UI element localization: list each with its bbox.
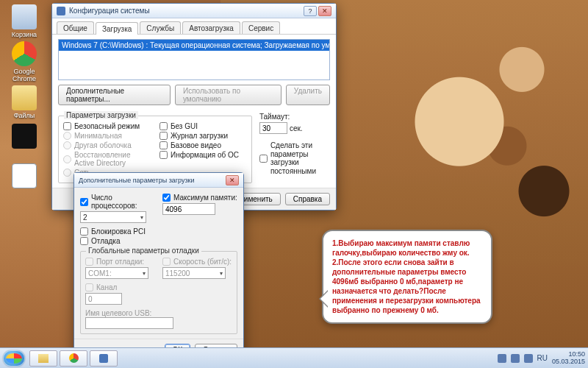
folder-icon <box>12 85 37 110</box>
advanced-options-button[interactable]: Дополнительные параметры... <box>58 85 171 105</box>
numcpu-combo[interactable]: 2 <box>80 211 146 223</box>
basevideo-checkbox[interactable]: Базовое видео <box>159 141 247 149</box>
set-default-button: Использовать по умолчанию <box>175 85 282 105</box>
osinfo-checkbox[interactable]: Информация об ОС <box>159 151 247 159</box>
tab-startup[interactable]: Автозагрузка <box>182 21 240 34</box>
make-permanent-checkbox[interactable]: Сделать эти параметры загрузки постоянны… <box>259 141 330 175</box>
annotation-text: 1.Выбираю максимум памяти ставлю галочку… <box>332 239 481 314</box>
help-button[interactable]: Справка <box>285 193 330 205</box>
tab-services[interactable]: Службы <box>140 21 181 34</box>
close-button[interactable]: ✕ <box>226 175 239 185</box>
desktop-icon-recycle[interactable]: Корзина <box>4 4 44 38</box>
tab-boot[interactable]: Загрузка <box>96 22 138 35</box>
close-button[interactable]: ✕ <box>318 6 331 16</box>
baud-checkbox: Скорость (бит/с): <box>162 258 232 266</box>
titlebar[interactable]: Дополнительные параметры загрузки ✕ <box>74 173 243 188</box>
adrepair-radio: Восстановление Active Directory <box>63 151 151 167</box>
chrome-icon <box>12 41 37 66</box>
boot-list[interactable]: Windows 7 (C:\Windows) : Текущая операци… <box>58 39 330 80</box>
maxmem-checkbox[interactable]: Максимум памяти: <box>162 194 237 202</box>
timeout-label: Таймаут: <box>259 113 330 121</box>
app-icon <box>12 163 37 188</box>
desktop-icon-4[interactable] <box>4 124 44 150</box>
desktop-icon-label: Корзина <box>4 31 44 38</box>
safe-mode-checkbox[interactable]: Безопасный режим <box>63 122 151 130</box>
tray-icon[interactable] <box>498 354 506 363</box>
desktop-icon-label: Файлы <box>4 112 44 119</box>
volume-icon[interactable] <box>524 354 533 363</box>
taskbar[interactable]: RU 10:50 05.03.2015 <box>0 347 588 368</box>
titlebar[interactable]: Конфигурация системы ? ✕ <box>52 4 336 18</box>
channel-checkbox: Канал <box>85 283 155 291</box>
numcpu-checkbox[interactable]: Число процессоров: <box>80 194 155 210</box>
app-icon <box>12 124 37 149</box>
boot-entry-selected[interactable]: Windows 7 (C:\Windows) : Текущая операци… <box>59 40 329 51</box>
desktop-icon-label: Google Chrome <box>4 68 44 82</box>
debug-checkbox[interactable]: Отладка <box>80 237 237 245</box>
recycle-bin-icon <box>12 4 37 29</box>
timeout-unit: сек. <box>290 124 303 132</box>
group-legend: Параметры загрузки <box>64 111 138 119</box>
tab-tools[interactable]: Сервис <box>242 21 280 34</box>
nogui-checkbox[interactable]: Без GUI <box>159 122 247 130</box>
gear-icon <box>99 354 108 363</box>
usb-input <box>85 317 173 329</box>
start-button[interactable] <box>3 350 25 367</box>
minimal-radio: Минимальная <box>63 132 151 140</box>
tray-icon[interactable] <box>511 354 520 363</box>
usb-label: Имя целевого USB: <box>85 309 232 317</box>
taskbar-item-chrome[interactable] <box>60 350 87 367</box>
chrome-icon <box>69 353 79 363</box>
channel-input <box>85 293 122 305</box>
explorer-icon <box>38 354 49 363</box>
desktop-icon-chrome[interactable]: Google Chrome <box>4 41 44 82</box>
altshell-radio: Другая оболочка <box>63 141 151 149</box>
pcilock-checkbox[interactable]: Блокировка PCI <box>80 227 237 236</box>
clock[interactable]: 10:50 05.03.2015 <box>552 351 585 365</box>
desktop-icon-5[interactable] <box>4 163 44 190</box>
maxmem-input[interactable] <box>162 203 215 215</box>
window-advanced-boot[interactable]: Дополнительные параметры загрузки ✕ Числ… <box>74 172 244 361</box>
system-tray[interactable]: RU 10:50 05.03.2015 <box>498 351 586 365</box>
tab-general[interactable]: Общие <box>57 21 94 34</box>
language-indicator[interactable]: RU <box>537 354 548 362</box>
taskbar-item-explorer[interactable] <box>29 350 57 367</box>
group-legend: Глобальные параметры отладки <box>86 247 201 255</box>
dbgport-checkbox: Порт отладки: <box>85 258 155 266</box>
window-title: Дополнительные параметры загрузки <box>79 177 195 184</box>
annotation-bubble: 1.Выбираю максимум памяти ставлю галочку… <box>322 230 492 324</box>
bootlog-checkbox[interactable]: Журнал загрузки <box>159 132 247 140</box>
taskbar-item-msconfig[interactable] <box>90 350 118 367</box>
baud-combo: 115200 <box>162 267 226 279</box>
app-icon <box>57 7 65 15</box>
delete-button: Удалить <box>286 85 330 105</box>
dbgport-combo: COM1: <box>85 267 148 279</box>
timeout-input[interactable] <box>259 122 287 134</box>
help-button[interactable]: ? <box>304 6 317 16</box>
desktop-icon-files[interactable]: Файлы <box>4 85 44 119</box>
window-title: Конфигурация системы <box>69 7 150 15</box>
tabs: Общие Загрузка Службы Автозагрузка Серви… <box>52 18 336 35</box>
